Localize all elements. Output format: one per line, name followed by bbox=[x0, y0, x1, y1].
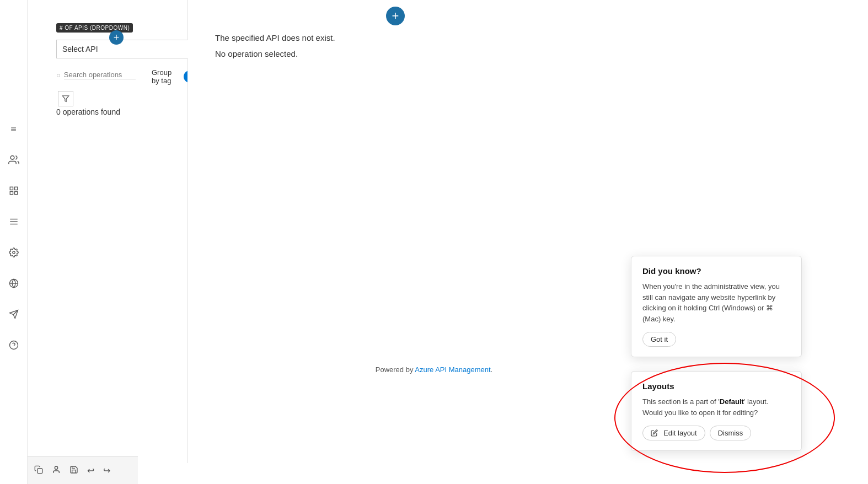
api-dropdown-label: # OF APIS (DROPDOWN) bbox=[56, 23, 133, 33]
copy-toolbar-icon[interactable] bbox=[34, 465, 43, 476]
menu-icon[interactable]: ≡ bbox=[6, 121, 22, 137]
layouts-button-group: Edit layout Dismiss bbox=[642, 426, 790, 440]
layouts-popup: Layouts This section is a part of 'Defau… bbox=[631, 371, 802, 451]
undo-toolbar-icon[interactable]: ↩ bbox=[87, 465, 94, 476]
api-error-message: The specified API does not exist. bbox=[215, 33, 868, 42]
grid-icon[interactable] bbox=[6, 183, 22, 198]
layouts-title: Layouts bbox=[642, 381, 790, 391]
powered-by-text: Powered by Azure API Management. bbox=[376, 365, 492, 374]
dismiss-button[interactable]: Dismiss bbox=[710, 426, 752, 440]
add-top-button[interactable]: + bbox=[386, 7, 405, 25]
users-icon[interactable] bbox=[6, 152, 22, 168]
left-panel: # OF APIS (DROPDOWN) + Select API ▾ ○ Gr… bbox=[28, 0, 187, 463]
svg-rect-2 bbox=[14, 187, 17, 190]
did-you-know-body: When you're in the administrative view, … bbox=[642, 281, 790, 324]
svg-rect-4 bbox=[10, 192, 13, 195]
svg-point-17 bbox=[55, 466, 57, 469]
send-icon[interactable] bbox=[6, 306, 22, 322]
globe-icon[interactable] bbox=[6, 276, 22, 291]
no-operation-message: No operation selected. bbox=[215, 49, 868, 58]
layouts-body: This section is a part of 'Default' layo… bbox=[642, 396, 790, 418]
add-api-button[interactable]: + bbox=[109, 30, 124, 45]
settings-icon[interactable] bbox=[6, 245, 22, 260]
save-toolbar-icon[interactable] bbox=[69, 465, 78, 476]
edit-layout-button[interactable]: Edit layout bbox=[642, 426, 705, 440]
list-icon[interactable] bbox=[6, 214, 22, 229]
did-you-know-popup: Did you know? When you're in the adminis… bbox=[631, 256, 802, 357]
svg-point-13 bbox=[9, 341, 18, 349]
select-api-label: Select API bbox=[62, 45, 98, 53]
azure-link[interactable]: Azure API Management bbox=[415, 365, 490, 374]
got-it-button[interactable]: Got it bbox=[642, 332, 676, 347]
svg-point-8 bbox=[12, 251, 15, 254]
bottom-toolbar: ↩ ↪ bbox=[28, 456, 138, 484]
group-by-tag-label: Group by tag bbox=[152, 68, 179, 85]
help-icon[interactable] bbox=[6, 337, 22, 353]
redo-toolbar-icon[interactable]: ↪ bbox=[103, 465, 110, 476]
search-input[interactable] bbox=[64, 71, 136, 79]
sidebar: ≡ bbox=[0, 0, 28, 484]
search-bar: ○ bbox=[56, 66, 147, 84]
svg-point-0 bbox=[10, 156, 14, 160]
svg-marker-15 bbox=[62, 96, 69, 102]
svg-rect-3 bbox=[14, 192, 17, 195]
filter-icon[interactable] bbox=[58, 91, 73, 106]
operations-count: 0 operations found bbox=[56, 107, 120, 116]
user-toolbar-icon[interactable] bbox=[52, 465, 61, 476]
did-you-know-title: Did you know? bbox=[642, 266, 790, 276]
svg-rect-1 bbox=[10, 187, 13, 190]
svg-rect-16 bbox=[37, 469, 42, 474]
search-icon: ○ bbox=[56, 71, 61, 79]
